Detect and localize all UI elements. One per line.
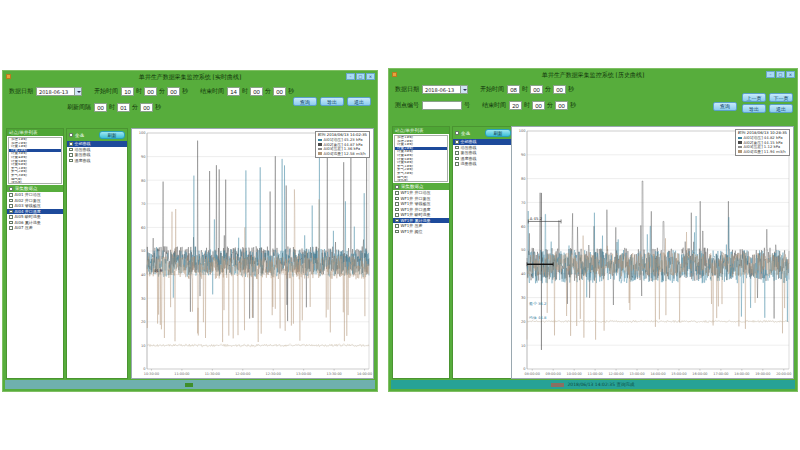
svg-text:40: 40 [521,272,526,276]
tag-input[interactable] [422,101,462,110]
start-second-input[interactable] [553,85,566,94]
station-list-item[interactable]: 净化站 [395,179,447,182]
start-second-input[interactable] [167,87,180,96]
window-control-button[interactable]: × [366,73,375,80]
checkbox[interactable] [9,215,13,219]
svg-text:80: 80 [521,177,526,181]
point-list-item[interactable]: WF1井 阀位 [393,229,449,235]
checkbox[interactable] [395,202,399,206]
legend-entry: AI04[流量] 11.94 m3/h [738,149,787,154]
unit-hour: 时 [524,101,530,110]
date-combo[interactable]: 2018-06-13 [422,85,468,94]
svg-text:30: 30 [141,297,146,301]
checkbox[interactable] [69,153,73,157]
svg-text:80: 80 [141,179,146,183]
checkbox[interactable] [395,191,399,195]
chart-realtime: 时间 2018/06/13 14:02:35 AI01[油压] 45.23 kP… [131,128,374,379]
select-all-checkbox[interactable] [455,131,459,135]
checkbox[interactable] [455,151,459,155]
start-minute-input[interactable] [144,87,157,96]
checkbox[interactable] [9,187,13,191]
window-control-button[interactable]: – [766,71,775,78]
end-hour-input[interactable] [509,101,522,110]
unit-second: 秒 [288,87,294,96]
end-time-label: 结束时间 [200,87,224,96]
unit-second: 秒 [182,87,188,96]
checkbox[interactable] [9,199,13,203]
paging-button-grid: 上一页下一页导出退出 [742,93,793,113]
paging-button[interactable]: 下一页 [769,93,793,102]
checkbox[interactable] [395,213,399,217]
end-minute-input[interactable] [250,87,263,96]
checkbox[interactable] [395,197,399,201]
checkbox[interactable] [395,208,399,212]
paging-button[interactable]: 退出 [769,104,793,113]
checkbox[interactable] [455,146,459,150]
checkbox[interactable] [69,142,73,146]
curve-list-item[interactable]: 流量曲线 [453,161,513,167]
start-minute-input[interactable] [530,85,543,94]
select-all-checkbox[interactable] [69,133,73,137]
start-hour-input[interactable] [507,85,520,94]
svg-text:09:00:00: 09:00:00 [546,372,561,376]
checkbox[interactable] [395,224,399,228]
svg-text:11:00:00: 11:00:00 [588,372,603,376]
checkbox[interactable] [395,219,399,223]
date-label: 数据日期 [9,87,33,96]
start-time-label: 开始时间 [480,85,504,94]
checkbox[interactable] [9,210,13,214]
checkbox[interactable] [9,221,13,225]
titlebar[interactable]: 单井生产数据采集监控系统 [实时曲线] –□× [3,71,377,82]
svg-text:均值 44.8: 均值 44.8 [528,315,547,320]
action-button[interactable]: 导出 [320,97,344,106]
paging-button[interactable]: 导出 [742,104,766,113]
end-minute-input[interactable] [532,101,545,110]
action-button[interactable]: 退出 [347,97,371,106]
legend-entries: AI01[油压] 44.82 kPaAI02[套压] 44.15 kPaAI03… [738,136,787,154]
checkbox[interactable] [395,230,399,234]
station-list-item[interactable]: 净化站 [9,181,61,184]
points-section-header: 采集数据点 [393,183,449,190]
interval-second-input[interactable] [140,103,153,112]
checkbox[interactable] [455,157,459,161]
svg-text:10: 10 [141,344,146,348]
query-button[interactable]: 查询 [713,102,737,111]
unit-minute: 分 [132,103,138,112]
paging-button[interactable]: 上一页 [742,93,766,102]
svg-text:30: 30 [521,296,526,300]
interval-minute-input[interactable] [117,103,130,112]
checkbox[interactable] [69,159,73,163]
checkbox[interactable] [455,140,459,144]
checkbox[interactable] [9,226,13,230]
refresh-button[interactable]: 刷新 [99,131,125,139]
checkbox[interactable] [69,148,73,152]
svg-text:12:30:00: 12:30:00 [266,372,281,376]
refresh-button[interactable]: 刷新 [485,129,511,137]
legend-color-chip [738,146,742,149]
end-second-input[interactable] [273,87,286,96]
action-button[interactable]: 查询 [293,97,317,106]
end-second-input[interactable] [555,101,568,110]
start-hour-input[interactable] [121,87,134,96]
points-section-label: 采集数据点 [401,184,424,189]
window-control-button[interactable]: × [786,71,795,78]
checkbox[interactable] [395,185,399,189]
checkbox[interactable] [9,204,13,208]
window-control-button[interactable]: □ [356,73,365,80]
checkbox[interactable] [455,162,459,166]
date-combo[interactable]: 2018-06-13 [36,87,82,96]
titlebar[interactable]: 单井生产数据采集监控系统 [历史曲线] –□× [389,69,797,80]
checkbox[interactable] [9,193,13,197]
svg-text:100: 100 [139,131,147,135]
status-bar [5,380,375,389]
interval-hour-input[interactable] [94,103,107,112]
legend-color-chip [318,139,322,142]
curve-list-item[interactable]: 温度曲线 [67,158,127,164]
unit-second: 秒 [570,101,576,110]
window-control-button[interactable]: – [346,73,355,80]
end-hour-input[interactable] [227,87,240,96]
svg-text:90: 90 [141,155,146,159]
status-bar: 2018/06/13 14:02:35 查询完成 [391,380,795,389]
window-control-button[interactable]: □ [776,71,785,78]
point-list-item[interactable]: AI07 压差 [7,225,63,231]
